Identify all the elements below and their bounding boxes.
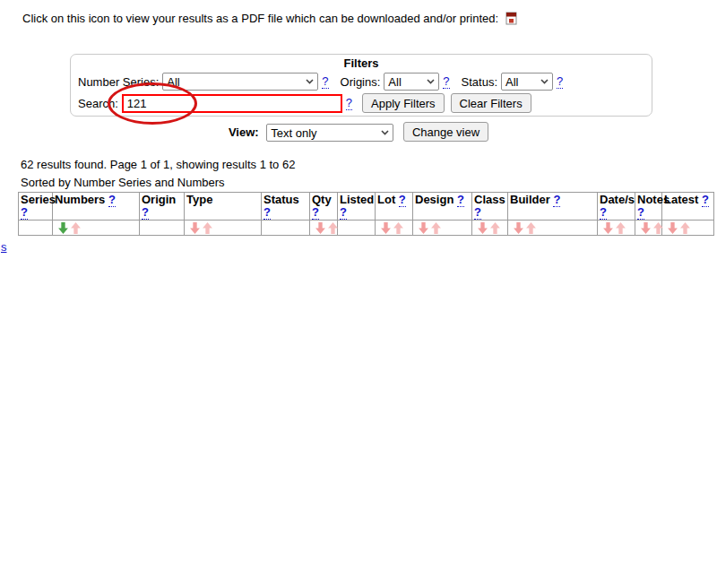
sort-down-arrow[interactable]	[478, 222, 488, 234]
chevron-down-icon	[427, 79, 435, 84]
col-header-label: Status	[263, 193, 299, 206]
sort-cell-class	[472, 220, 508, 236]
col-header-label: Builder	[510, 193, 550, 206]
col-header-origin: Origin ?	[140, 193, 185, 220]
sort-down-arrow[interactable]	[58, 222, 68, 234]
col-header-label: Listed	[340, 193, 374, 206]
sort-down-arrow[interactable]	[419, 222, 428, 234]
col-help-link[interactable]: ?	[340, 205, 347, 220]
sort-cell-date-s	[598, 220, 635, 236]
status-help-link[interactable]: ?	[557, 74, 563, 89]
view-select[interactable]: Text only	[266, 124, 393, 142]
sort-down-arrow[interactable]	[668, 222, 678, 234]
search-input[interactable]	[122, 94, 342, 113]
col-header-design: Design ?	[413, 193, 472, 220]
clear-filters-button[interactable]: Clear Filters	[451, 93, 531, 113]
status-selected-value: All	[505, 75, 518, 89]
sort-up-arrow[interactable]	[526, 222, 536, 234]
col-help-link[interactable]: ?	[142, 205, 149, 220]
col-help-link[interactable]: ?	[108, 193, 116, 207]
intro-line: Click on this icon to view your results …	[22, 12, 517, 28]
table-head: Series ?Numbers ?Origin ?TypeStatus ?Qty…	[19, 193, 714, 236]
apply-filters-button[interactable]: Apply Filters	[362, 93, 445, 113]
sort-cell-qty	[310, 220, 338, 236]
change-view-button[interactable]: Change view	[403, 122, 488, 142]
col-help-link[interactable]: ?	[21, 205, 28, 220]
sort-down-arrow[interactable]	[603, 222, 613, 234]
sort-info: Sorted by Number Series and Numbers	[21, 176, 225, 189]
col-header-label: Class	[474, 193, 505, 206]
sort-cell-series	[19, 220, 53, 236]
sort-cell-status	[262, 220, 310, 236]
sort-down-arrow[interactable]	[381, 222, 391, 234]
sort-up-arrow[interactable]	[680, 222, 690, 234]
sort-cell-notes	[635, 220, 662, 236]
stray-link[interactable]: s	[1, 240, 7, 254]
col-header-label: Series	[21, 193, 56, 206]
sort-up-arrow[interactable]	[431, 222, 441, 234]
col-header-type: Type	[185, 193, 262, 220]
sort-up-arrow[interactable]	[490, 222, 500, 234]
sort-up-arrow[interactable]	[328, 222, 338, 234]
sort-cell-lot	[376, 220, 413, 236]
sort-down-arrow[interactable]	[190, 222, 200, 234]
results-table-wrap: Series ?Numbers ?Origin ?TypeStatus ?Qty…	[18, 192, 714, 236]
filters-row-selects: Number Series: All ? Origins: All ? Stat…	[78, 73, 644, 91]
search-help-link[interactable]: ?	[346, 96, 352, 110]
number-series-selected-value: All	[167, 75, 179, 89]
results-summary: 62 results found. Page 1 of 1, showing r…	[21, 158, 295, 171]
sort-up-arrow[interactable]	[71, 222, 81, 234]
sort-cell-type	[185, 220, 262, 236]
col-header-label: Type	[186, 193, 212, 206]
sort-up-arrow[interactable]	[616, 222, 626, 234]
sort-up-arrow[interactable]	[203, 222, 212, 234]
col-help-link[interactable]: ?	[702, 193, 709, 207]
sort-down-arrow[interactable]	[641, 222, 651, 234]
col-help-link[interactable]: ?	[312, 205, 319, 220]
col-help-link[interactable]: ?	[553, 193, 560, 207]
status-label: Status:	[462, 75, 497, 89]
filters-panel: Filters Number Series: All ? Origins: Al…	[70, 54, 652, 117]
col-header-label: Qty	[312, 193, 332, 206]
sort-cell-numbers	[53, 220, 140, 236]
origins-help-link[interactable]: ?	[443, 74, 449, 89]
col-header-builder: Builder ?	[508, 193, 598, 220]
col-header-class: Class ?	[472, 193, 508, 220]
number-series-select[interactable]: All	[162, 73, 318, 91]
col-help-link[interactable]: ?	[457, 193, 464, 207]
col-header-label: Design	[415, 193, 454, 206]
col-help-link[interactable]: ?	[263, 205, 271, 220]
chevron-down-icon	[306, 79, 314, 84]
col-header-lot: Lot ?	[376, 193, 413, 220]
pdf-file-icon[interactable]	[505, 12, 517, 28]
col-header-series: Series ?	[19, 193, 53, 220]
origins-select[interactable]: All	[384, 73, 439, 91]
filters-row-search: Search: ? Apply Filters Clear Filters	[78, 93, 644, 113]
col-header-label: Numbers	[55, 193, 105, 206]
status-select[interactable]: All	[501, 73, 553, 91]
filters-title: Filters	[78, 56, 644, 70]
col-header-notes: Notes ?	[635, 193, 662, 220]
sort-up-arrow[interactable]	[653, 222, 663, 234]
col-help-link[interactable]: ?	[637, 205, 644, 220]
sort-down-arrow[interactable]	[514, 222, 523, 234]
col-header-label: Date/s	[600, 193, 635, 206]
col-header-label: Latest	[664, 193, 698, 206]
col-help-link[interactable]: ?	[600, 205, 607, 220]
sort-cell-origin	[140, 220, 185, 236]
number-series-label: Number Series:	[78, 75, 159, 89]
col-help-link[interactable]: ?	[474, 205, 481, 220]
col-header-qty: Qty ?	[310, 193, 338, 220]
search-input-wrap	[122, 94, 342, 113]
chevron-down-icon	[540, 79, 549, 84]
col-header-listed: Listed ?	[338, 193, 376, 220]
origins-label: Origins:	[341, 75, 381, 89]
header-row: Series ?Numbers ?Origin ?TypeStatus ?Qty…	[19, 193, 714, 220]
view-selected-value: Text only	[271, 126, 316, 140]
number-series-help-link[interactable]: ?	[322, 74, 328, 89]
search-label: Search:	[78, 97, 118, 110]
sort-up-arrow[interactable]	[393, 222, 403, 234]
col-help-link[interactable]: ?	[399, 193, 406, 207]
sort-cell-latest	[662, 220, 714, 236]
sort-down-arrow[interactable]	[315, 222, 325, 234]
